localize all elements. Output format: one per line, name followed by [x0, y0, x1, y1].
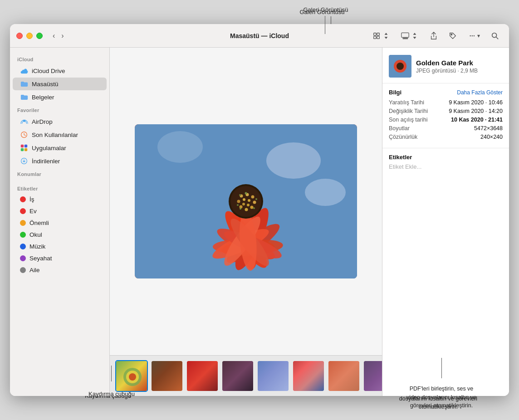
forward-button[interactable]: › — [59, 30, 66, 42]
svg-rect-16 — [21, 145, 24, 147]
tag-is-dot — [20, 196, 26, 202]
info-row-yaratilis: Yaratılış Tarihi 9 Kasım 2020 · 10:46 — [389, 99, 503, 106]
svg-point-42 — [253, 201, 256, 204]
sidebar-item-masaustu-label: Masaüstü — [32, 81, 99, 88]
search-button[interactable] — [487, 29, 503, 42]
sidebar-item-uygulamalar[interactable]: Uygulamalar — [13, 142, 107, 154]
sidebar-section-favoriler: Favoriler — [10, 104, 109, 115]
tag-ev-dot — [20, 208, 26, 214]
degisiklik-val: 9 Kasım 2020 · 14:20 — [449, 108, 503, 114]
sidebar-item-airdrop-label: AirDrop — [32, 118, 99, 125]
son-acilis-key: Son açılış tarihi — [389, 117, 427, 123]
svg-point-9 — [470, 35, 471, 36]
svg-point-38 — [230, 186, 261, 217]
sidebar-item-muzik[interactable]: Müzik — [13, 241, 107, 252]
info-bilgi-section: Bilgi Daha Fazla Göster Yaratılış Tarihi… — [382, 83, 509, 148]
svg-point-47 — [243, 198, 245, 201]
info-panel: Golden Gate Park JPEG görüntüsü · 2,9 MB… — [382, 48, 509, 396]
close-button[interactable] — [16, 33, 23, 39]
tag-button[interactable] — [445, 29, 460, 42]
thumb-image-3 — [187, 361, 218, 391]
sidebar-item-seyahat[interactable]: Seyahat — [13, 253, 107, 264]
thumbnail-1[interactable] — [115, 360, 148, 392]
sidebar-item-is-label: İş — [29, 196, 99, 203]
sidebar-section-etiketler: Etiketler — [10, 182, 109, 193]
sidebar-item-son-kullanilanlar-label: Son Kullanılanlar — [32, 132, 99, 138]
info-row-son-acilis: Son açılış tarihi 10 Kas 2020 · 21:41 — [389, 117, 503, 123]
sidebar-item-is[interactable]: İş — [13, 194, 107, 205]
tags-section: Etiketler Etiket Ekle... — [382, 148, 509, 176]
sidebar-item-indirilenler[interactable]: İndirilenler — [13, 155, 107, 167]
thumb-image-2 — [152, 361, 182, 391]
minimize-button[interactable] — [26, 33, 33, 39]
more-button[interactable]: ▾ — [464, 29, 484, 42]
sidebar-item-seyahat-label: Seyahat — [29, 255, 99, 262]
page-background: Galeri Görüntüsü Kaydırma çubuğu PDF'ler… — [0, 0, 519, 420]
sidebar-item-aile[interactable]: Aile — [13, 264, 107, 276]
sidebar-item-uygulamalar-label: Uygulamalar — [32, 145, 99, 151]
sidebar-item-son-kullanilanlar[interactable]: Son Kullanılanlar — [13, 128, 107, 141]
sidebar-item-airdrop[interactable]: AirDrop — [13, 115, 107, 128]
apps-icon — [20, 144, 28, 152]
svg-rect-17 — [24, 145, 27, 147]
thumbnail-2[interactable] — [151, 360, 183, 392]
sidebar-item-icloud-drive-label: iCloud Drive — [32, 68, 99, 74]
sidebar-item-indirilenler-label: İndirilenler — [32, 158, 99, 165]
thumbnail-5[interactable] — [257, 360, 289, 392]
tag-okul-dot — [20, 232, 26, 238]
svg-point-23 — [305, 179, 346, 206]
tag-icon — [449, 32, 457, 40]
sidebar-item-belgeler[interactable]: Belgeler — [13, 91, 107, 103]
svg-rect-5 — [403, 38, 404, 39]
more-label: ▾ — [477, 33, 480, 39]
gallery-area — [110, 48, 382, 355]
content-area: iCloud iCloud Drive Masaü — [10, 48, 509, 396]
thumbnail-strip[interactable]: Sola Döndür — [110, 355, 382, 396]
sidebar-item-onemli[interactable]: Önemli — [13, 217, 107, 229]
sidebar-item-ev[interactable]: Ev — [13, 205, 107, 217]
fullscreen-button[interactable] — [36, 33, 43, 39]
svg-rect-19 — [24, 148, 27, 151]
sidebar-item-okul[interactable]: Okul — [13, 229, 107, 240]
svg-rect-7 — [406, 38, 407, 39]
yaratilis-val: 9 Kasım 2020 · 10:46 — [449, 99, 503, 106]
etiket-ekle-field[interactable]: Etiket Ekle... — [389, 163, 503, 170]
thumbnail-4[interactable] — [221, 360, 254, 392]
back-button[interactable]: ‹ — [50, 30, 58, 42]
svg-point-22 — [266, 142, 321, 179]
info-thumbnail — [389, 55, 411, 78]
thumbnail-6[interactable] — [292, 360, 325, 392]
gallery-image — [135, 124, 357, 278]
annotation-galeri-text: Galeri Görüntüsü — [289, 6, 362, 13]
svg-rect-4 — [401, 33, 409, 37]
sidebar-item-icloud-drive[interactable]: iCloud Drive — [13, 64, 107, 77]
sidebar-item-masaustu[interactable]: Masaüstü — [13, 78, 107, 90]
traffic-lights — [16, 33, 43, 39]
share-button[interactable] — [426, 29, 441, 42]
svg-line-13 — [496, 37, 499, 39]
svg-point-52 — [239, 194, 241, 196]
search-icon — [491, 32, 499, 40]
svg-point-46 — [237, 200, 240, 203]
svg-point-50 — [242, 203, 245, 205]
toolbar-actions: ▾ — [369, 29, 503, 42]
main-panel: Sola Döndür — [110, 48, 382, 396]
degisiklik-key: Değişiklik Tarihi — [389, 108, 428, 114]
clock-icon — [20, 131, 28, 139]
svg-rect-1 — [377, 33, 379, 35]
gallery-view-button[interactable] — [397, 29, 422, 42]
info-row-cozunurluk: Çözünürlük 240×240 — [389, 134, 503, 140]
svg-point-12 — [492, 33, 497, 37]
svg-point-41 — [251, 195, 255, 199]
thumbnail-7[interactable] — [328, 360, 360, 392]
view-mode-button[interactable] — [369, 29, 394, 42]
svg-point-73 — [397, 63, 404, 70]
thumb-image-1 — [116, 361, 147, 391]
thumbnail-8[interactable] — [363, 360, 382, 392]
share-icon — [430, 32, 438, 40]
info-row-degisiklik: Değişiklik Tarihi 9 Kasım 2020 · 14:20 — [389, 108, 503, 114]
titlebar: ‹ › Masaüstü — iCloud — [10, 24, 509, 48]
thumbnail-3[interactable] — [186, 360, 219, 392]
info-header: Golden Gate Park JPEG görüntüsü · 2,9 MB — [382, 48, 509, 83]
daha-fazla-goster-button[interactable]: Daha Fazla Göster — [457, 89, 503, 96]
